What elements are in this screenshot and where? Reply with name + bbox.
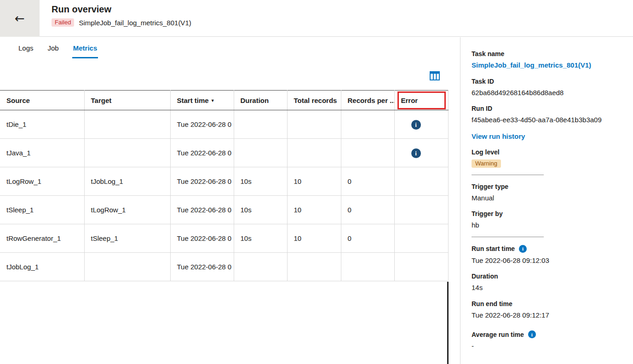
cell-total-records bbox=[287, 253, 341, 281]
page-title: Run overview bbox=[52, 4, 191, 15]
trigger-type-group: Trigger type Manual bbox=[472, 183, 622, 203]
column-header-duration[interactable]: Duration bbox=[234, 91, 287, 110]
vertical-scrollbar[interactable] bbox=[447, 282, 449, 364]
column-header-total-records[interactable]: Total records bbox=[287, 91, 341, 110]
cell-error: i bbox=[394, 196, 448, 224]
column-header-target[interactable]: Target bbox=[84, 91, 170, 110]
cell-start-time: Tue 2022-06-28 0 bbox=[170, 139, 234, 167]
cell-records-per-second bbox=[341, 110, 394, 139]
log-level-group: Log level Warning bbox=[472, 148, 622, 168]
cell-start-time: Tue 2022-06-28 0 bbox=[170, 167, 234, 196]
cell-records-per-second: 0 bbox=[341, 196, 394, 224]
cell-error: i bbox=[394, 110, 448, 139]
run-details-panel: Task name SimpleJob_fail_log_metrics_801… bbox=[460, 37, 633, 364]
cell-target: tJobLog_1 bbox=[84, 167, 170, 196]
main-content: Logs Job Metrics Source Target Start tim… bbox=[0, 37, 449, 364]
cell-duration bbox=[234, 110, 287, 139]
table-header-row: Source Target Start time▼ Duration Total… bbox=[0, 91, 448, 110]
duration-group: Duration 14s bbox=[472, 273, 622, 292]
task-id-group: Task ID 62ba68d49268164b86d8aed8 bbox=[472, 78, 622, 97]
trigger-type-label: Trigger type bbox=[472, 183, 622, 190]
back-arrow-icon: ← bbox=[15, 11, 25, 25]
cell-start-time: Tue 2022-06-28 0 bbox=[170, 110, 234, 139]
cell-total-records: 10 bbox=[287, 167, 341, 196]
error-info-icon[interactable]: i bbox=[411, 120, 421, 130]
table-columns-icon bbox=[430, 71, 440, 80]
cell-total-records bbox=[287, 139, 341, 167]
cell-duration bbox=[234, 253, 287, 281]
cell-records-per-second bbox=[341, 253, 394, 281]
divider bbox=[472, 175, 544, 175]
header-text: Run overview Failed SimpleJob_fail_log_m… bbox=[52, 4, 191, 27]
table-row: tSleep_1 tLogRow_1 Tue 2022-06-28 0 10s … bbox=[0, 196, 448, 224]
column-label: Error bbox=[401, 97, 418, 104]
status-badge: Failed bbox=[52, 18, 74, 27]
average-run-time-value: - bbox=[472, 341, 622, 351]
tab-metrics[interactable]: Metrics bbox=[72, 44, 98, 58]
run-end-time-value: Tue 2022-06-28 09:12:17 bbox=[472, 311, 622, 320]
table-row: tJava_1 Tue 2022-06-28 0 i bbox=[0, 139, 448, 167]
cell-error: i bbox=[394, 139, 448, 167]
metrics-table-wrap: Source Target Start time▼ Duration Total… bbox=[0, 90, 449, 281]
cell-records-per-second: 0 bbox=[341, 167, 394, 196]
cell-total-records: 10 bbox=[287, 196, 341, 224]
column-header-source[interactable]: Source bbox=[0, 91, 84, 110]
cell-total-records bbox=[287, 110, 341, 139]
cell-target bbox=[84, 110, 170, 139]
run-start-time-info-icon[interactable]: i bbox=[519, 245, 527, 253]
column-header-records-per-second[interactable]: Records per ... bbox=[341, 91, 394, 110]
column-header-start-time[interactable]: Start time▼ bbox=[170, 91, 234, 110]
column-header-error[interactable]: Error bbox=[394, 91, 448, 110]
duration-value: 14s bbox=[472, 283, 622, 292]
column-settings-button[interactable] bbox=[430, 71, 440, 80]
cell-error: i bbox=[394, 167, 448, 196]
tab-bar: Logs Job Metrics bbox=[0, 37, 449, 58]
cell-total-records: 10 bbox=[287, 224, 341, 253]
trigger-by-label: Trigger by bbox=[472, 210, 622, 217]
cell-source: tLogRow_1 bbox=[0, 167, 84, 196]
average-run-time-group: Average run time i - bbox=[472, 330, 622, 351]
table-row: tRowGenerator_1 tSleep_1 Tue 2022-06-28 … bbox=[0, 224, 448, 253]
cell-source: tJobLog_1 bbox=[0, 253, 84, 281]
cell-target: tLogRow_1 bbox=[84, 196, 170, 224]
trigger-by-group: Trigger by hb bbox=[472, 210, 622, 230]
task-name-label: Task name bbox=[472, 50, 622, 57]
task-name-group: Task name SimpleJob_fail_log_metrics_801… bbox=[472, 50, 622, 70]
metrics-table: Source Target Start time▼ Duration Total… bbox=[0, 90, 449, 281]
cell-duration: 10s bbox=[234, 224, 287, 253]
tab-job[interactable]: Job bbox=[47, 44, 60, 58]
trigger-by-value: hb bbox=[472, 221, 622, 230]
cell-source: tSleep_1 bbox=[0, 196, 84, 224]
view-run-history-link[interactable]: View run history bbox=[472, 132, 525, 140]
log-level-badge: Warning bbox=[472, 159, 501, 168]
table-row: tLogRow_1 tJobLog_1 Tue 2022-06-28 0 10s… bbox=[0, 167, 448, 196]
table-row: tDie_1 Tue 2022-06-28 0 i bbox=[0, 110, 448, 139]
task-id-value: 62ba68d49268164b86d8aed8 bbox=[472, 88, 622, 97]
cell-target bbox=[84, 253, 170, 281]
cell-source: tJava_1 bbox=[0, 139, 84, 167]
cell-duration: 10s bbox=[234, 196, 287, 224]
cell-records-per-second: 0 bbox=[341, 224, 394, 253]
cell-source: tDie_1 bbox=[0, 110, 84, 139]
sort-desc-icon: ▼ bbox=[211, 98, 215, 103]
task-id-label: Task ID bbox=[472, 78, 622, 85]
page-header: ← Run overview Failed SimpleJob_fail_log… bbox=[0, 0, 633, 37]
cell-records-per-second bbox=[341, 139, 394, 167]
log-level-label: Log level bbox=[472, 148, 622, 156]
run-end-time-label: Run end time bbox=[472, 300, 622, 307]
run-end-time-group: Run end time Tue 2022-06-28 09:12:17 bbox=[472, 300, 622, 320]
tab-logs[interactable]: Logs bbox=[17, 44, 35, 58]
back-button[interactable]: ← bbox=[0, 0, 40, 37]
divider bbox=[472, 237, 544, 237]
table-row: tJobLog_1 Tue 2022-06-28 0 i bbox=[0, 253, 448, 281]
run-start-time-value: Tue 2022-06-28 09:12:03 bbox=[472, 256, 622, 265]
task-subtitle: SimpleJob_fail_log_metrics_801(V1) bbox=[79, 19, 191, 27]
average-run-time-info-icon[interactable]: i bbox=[528, 330, 536, 338]
view-run-history-group: View run history bbox=[472, 132, 622, 141]
run-id-group: Run ID f45abea6-ee33-4d50-aa7a-08e41b3b3… bbox=[472, 105, 622, 125]
task-name-link[interactable]: SimpleJob_fail_log_metrics_801(V1) bbox=[472, 61, 622, 70]
cell-target: tSleep_1 bbox=[84, 224, 170, 253]
cell-target bbox=[84, 139, 170, 167]
error-info-icon[interactable]: i bbox=[411, 148, 421, 158]
cell-duration: 10s bbox=[234, 167, 287, 196]
